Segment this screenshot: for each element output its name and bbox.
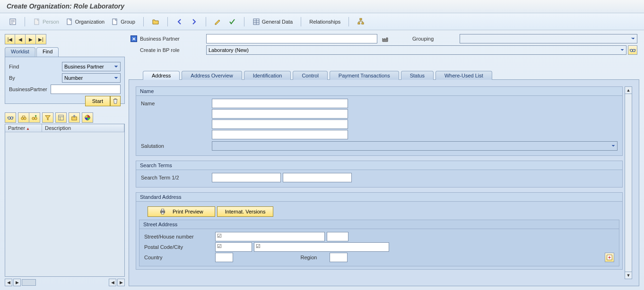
app-toolbar: Person Organization Group General Data R…: [0, 13, 644, 30]
tab-control[interactable]: Control: [293, 71, 327, 80]
filter-icon: [44, 114, 51, 121]
page-icon: [33, 18, 41, 26]
binoculars-icon: [20, 114, 27, 121]
reset-button[interactable]: [110, 96, 121, 106]
menu-button[interactable]: [7, 17, 19, 27]
scroll-track[interactable]: [625, 94, 632, 272]
table-icon: [252, 18, 260, 26]
name2-input[interactable]: [212, 109, 348, 119]
nav-arrows: |◀ ◀ ▶ ▶|: [5, 34, 125, 44]
separator: [25, 17, 25, 26]
by-select[interactable]: Number: [62, 73, 121, 83]
find-select[interactable]: Business Partner: [62, 62, 121, 71]
name1-input[interactable]: [212, 99, 348, 108]
city-input[interactable]: [254, 242, 389, 252]
open-icon: [152, 18, 159, 26]
bp-number-input[interactable]: [206, 34, 377, 43]
color-legend-button[interactable]: [82, 112, 93, 123]
scroll-right-button[interactable]: ▶: [13, 279, 21, 286]
tab-payment[interactable]: Payment Transactions: [330, 71, 399, 80]
group-button[interactable]: Group: [109, 17, 138, 27]
print-preview-button[interactable]: Print Preview: [148, 206, 215, 217]
first-button[interactable]: |◀: [5, 34, 15, 44]
col-description[interactable]: Description: [42, 124, 124, 132]
address-more-button[interactable]: [605, 253, 614, 262]
worklist-icon: [9, 18, 17, 26]
scroll-up-button[interactable]: ▲: [625, 86, 632, 94]
person-button[interactable]: Person: [31, 17, 61, 27]
organization-label: Organization: [75, 19, 104, 25]
result-header: Partner▲ Description: [5, 124, 124, 132]
internat-versions-button[interactable]: Internat. Versions: [217, 206, 274, 217]
expand-icon: [606, 254, 613, 261]
open-button[interactable]: [149, 17, 162, 27]
details-button[interactable]: [5, 112, 16, 123]
col-partner[interactable]: Partner▲: [5, 124, 42, 132]
prev-button[interactable]: ◀: [15, 34, 26, 44]
locator-tabs: Worklist Find: [5, 47, 125, 57]
hierarchy-button[interactable]: [355, 17, 367, 27]
grouping-select[interactable]: [460, 34, 637, 43]
role-detail-button[interactable]: [628, 45, 637, 55]
scroll-right2-button[interactable]: ▶: [117, 279, 125, 286]
back-button[interactable]: [174, 17, 186, 27]
filter-button[interactable]: [42, 112, 53, 123]
role-label: Create in BP role: [131, 47, 206, 53]
group-street-title: Street Address: [139, 220, 619, 229]
last-button[interactable]: ▶|: [36, 34, 46, 44]
name4-input[interactable]: [212, 130, 348, 139]
postal-label: Postal Code/City: [144, 244, 215, 250]
bp-field-label: ✕ Business Partner: [131, 35, 206, 42]
find-button[interactable]: [18, 112, 29, 123]
general-data-button[interactable]: General Data: [250, 17, 295, 27]
organization-button[interactable]: Organization: [63, 17, 107, 27]
grouping-label: Grouping: [412, 36, 460, 42]
start-button[interactable]: Start: [85, 96, 110, 106]
tab-status[interactable]: Status: [401, 71, 434, 80]
scroll-track[interactable]: [22, 279, 36, 286]
separator: [244, 17, 244, 26]
glasses-icon: [7, 114, 14, 121]
role-select[interactable]: Laboratory (New): [206, 45, 627, 55]
salutation-select[interactable]: [212, 141, 618, 151]
tab-identification[interactable]: Identification: [244, 71, 291, 80]
scroll-down-button[interactable]: ▼: [625, 272, 632, 279]
street-input[interactable]: [215, 232, 325, 241]
scroll-left2-button[interactable]: ◀: [109, 279, 116, 286]
tab-find[interactable]: Find: [36, 47, 59, 57]
tab-address[interactable]: Address: [143, 71, 180, 80]
region-input[interactable]: [330, 253, 348, 262]
left-panel: |◀ ◀ ▶ ▶| Worklist Find Find Business Pa…: [5, 34, 125, 286]
scroll-left-button[interactable]: ◀: [5, 279, 12, 286]
check-button[interactable]: [226, 17, 238, 27]
group-label: Group: [121, 19, 135, 25]
group-street-address: Street Address Street/House number ☑ Pos…: [139, 220, 619, 266]
region-label: Region: [290, 255, 328, 260]
export-icon: [71, 114, 78, 121]
name3-input[interactable]: [212, 119, 348, 129]
country-input[interactable]: [215, 253, 233, 262]
glasses-icon: [629, 47, 636, 53]
arrow-left-icon: [176, 18, 183, 26]
tab-worklist[interactable]: Worklist: [5, 47, 35, 57]
relationships-button[interactable]: Relationships: [307, 17, 343, 27]
house-number-input[interactable]: [327, 232, 348, 241]
postal-code-input[interactable]: [215, 242, 252, 252]
forward-button[interactable]: [188, 17, 200, 27]
tab-address-overview[interactable]: Address Overview: [182, 71, 242, 80]
tab-where-used[interactable]: Where-Used List: [435, 71, 492, 80]
layout-button[interactable]: [55, 112, 67, 123]
edit-button[interactable]: [212, 17, 224, 27]
by-label: By: [9, 75, 62, 81]
search-label: Search Term 1/2: [141, 175, 212, 180]
next-button[interactable]: ▶: [26, 34, 36, 44]
group-std-title: Standard Address: [136, 193, 622, 202]
search2-input[interactable]: [283, 173, 352, 182]
bp-input[interactable]: [51, 85, 121, 94]
export-button[interactable]: [69, 112, 80, 123]
find-next-button[interactable]: [29, 112, 40, 123]
window-title: Create Organization: Role Laboratory: [0, 0, 644, 13]
pencil-icon: [214, 18, 222, 26]
search1-input[interactable]: [212, 173, 281, 182]
tab-body: Name Name Salutation: [129, 79, 639, 286]
